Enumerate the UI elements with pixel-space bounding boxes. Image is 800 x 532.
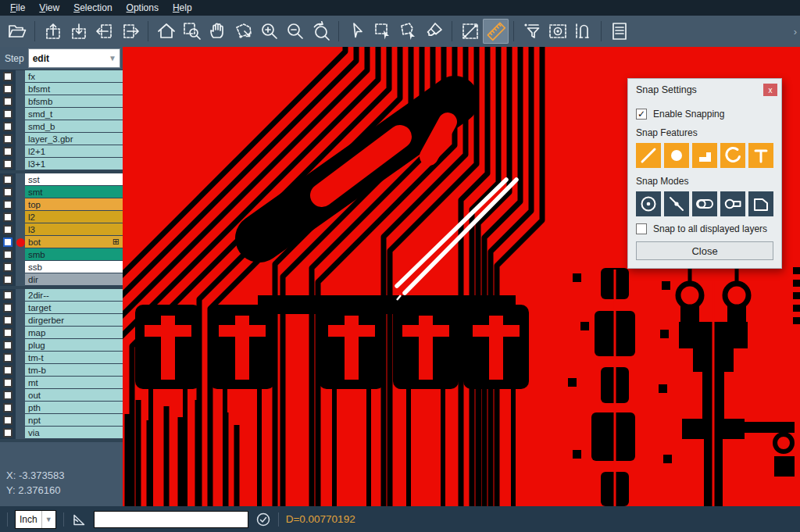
layer-checkbox[interactable]: [3, 403, 12, 412]
zoom-in-button[interactable]: [256, 19, 282, 44]
layer-label[interactable]: 2dir--: [25, 289, 123, 302]
layer-checkbox[interactable]: [3, 175, 12, 184]
menu-file[interactable]: File: [3, 1, 32, 15]
layer-label[interactable]: dir: [25, 273, 123, 286]
import-down-button[interactable]: [66, 19, 91, 44]
snap-feature-surface-button[interactable]: [692, 143, 717, 168]
layer-row-smd_b[interactable]: smd_b: [0, 120, 123, 133]
import-right-button[interactable]: [117, 19, 143, 44]
layer-row-out[interactable]: out: [0, 389, 123, 402]
layer-checkbox[interactable]: [3, 84, 12, 94]
select-button[interactable]: [344, 19, 370, 44]
layer-checkbox[interactable]: [3, 262, 12, 272]
layer-label[interactable]: l2: [25, 211, 123, 223]
layer-row-l3[interactable]: l3: [0, 223, 123, 236]
menu-options[interactable]: Options: [120, 1, 166, 15]
menu-selection[interactable]: Selection: [66, 1, 119, 15]
layer-label[interactable]: top: [25, 198, 123, 211]
layer-row-smt[interactable]: smt: [0, 186, 123, 198]
angle-icon[interactable]: [71, 512, 87, 527]
layer-row-fx[interactable]: fx: [0, 70, 123, 83]
layer-checkbox[interactable]: [3, 97, 12, 106]
layer-label[interactable]: tm-t: [25, 352, 123, 364]
layer-label[interactable]: l2+1: [25, 145, 123, 158]
layer-checkbox[interactable]: [3, 237, 12, 247]
snap-mode-slot-button[interactable]: [692, 191, 717, 216]
layer-row-layer_3.gbr[interactable]: layer_3.gbr: [0, 133, 123, 145]
layer-label[interactable]: target: [25, 302, 123, 314]
layer-row-sst[interactable]: sst: [0, 173, 123, 186]
layer-row-bfsmb[interactable]: bfsmb: [0, 95, 123, 108]
layer-row-smb[interactable]: smb: [0, 248, 123, 261]
layer-label[interactable]: out: [25, 389, 123, 402]
layer-checkbox[interactable]: [3, 366, 12, 375]
layer-checkbox[interactable]: [3, 391, 12, 400]
layer-row-tm-t[interactable]: tm-t: [0, 352, 123, 364]
layer-label[interactable]: smt: [25, 186, 123, 198]
layer-checkbox[interactable]: [3, 303, 12, 312]
layer-label[interactable]: via: [25, 427, 123, 439]
layer-label[interactable]: map: [25, 327, 123, 339]
layer-row-target[interactable]: target: [0, 302, 123, 314]
layer-checkbox[interactable]: [3, 416, 12, 425]
layer-row-mt[interactable]: mt: [0, 377, 123, 389]
all-layers-checkbox[interactable]: [636, 223, 647, 234]
layer-row-bot[interactable]: bot⊞: [0, 236, 123, 248]
layer-label[interactable]: fx: [25, 70, 123, 83]
report-button[interactable]: [606, 19, 632, 44]
layer-checkbox[interactable]: [3, 341, 12, 350]
snap-button[interactable]: [570, 19, 596, 44]
layer-label[interactable]: l3: [25, 223, 123, 236]
layer-row-l2+1[interactable]: l2+1: [0, 145, 123, 158]
layer-label[interactable]: ssb: [25, 261, 123, 273]
layer-row-l2[interactable]: l2: [0, 211, 123, 223]
filter-button[interactable]: [519, 19, 545, 44]
layer-checkbox[interactable]: [3, 187, 12, 197]
zoom-out-button[interactable]: [282, 19, 308, 44]
layer-row-dirgerber[interactable]: dirgerber: [0, 314, 123, 327]
enable-snapping-row[interactable]: ✓ Enable Snapping: [636, 109, 773, 120]
layer-row-top[interactable]: top: [0, 198, 123, 211]
layer-checkbox[interactable]: [3, 109, 12, 119]
snap-feature-pad-button[interactable]: [664, 143, 689, 168]
layer-checkbox[interactable]: [3, 250, 12, 259]
layer-checkbox[interactable]: [3, 428, 12, 437]
all-layers-row[interactable]: Snap to all displayed layers: [636, 223, 773, 234]
apply-icon[interactable]: [255, 512, 271, 527]
command-input[interactable]: [94, 511, 248, 528]
layer-label[interactable]: smb: [25, 248, 123, 261]
clean-button[interactable]: [421, 19, 447, 44]
layer-row-map[interactable]: map: [0, 327, 123, 339]
layer-checkbox[interactable]: [3, 378, 12, 387]
enable-snapping-checkbox[interactable]: ✓: [636, 109, 647, 120]
unit-select[interactable]: Inch ▼: [15, 510, 56, 529]
layer-row-l3+1[interactable]: l3+1: [0, 158, 123, 170]
layer-checkbox[interactable]: [3, 291, 12, 300]
layer-checkbox[interactable]: [3, 147, 12, 156]
layer-row-tm-b[interactable]: tm-b: [0, 364, 123, 377]
dialog-title-bar[interactable]: Snap Settings x: [628, 79, 781, 100]
layer-checkbox[interactable]: [3, 159, 12, 169]
layer-checkbox[interactable]: [3, 122, 12, 131]
layer-checkbox[interactable]: [3, 72, 12, 81]
ruler-button[interactable]: [483, 19, 509, 44]
select-rectangle-button[interactable]: [370, 19, 395, 44]
toolbar-overflow-icon[interactable]: ›: [794, 26, 797, 37]
layer-label[interactable]: tm-b: [25, 364, 123, 377]
layer-label[interactable]: sst: [25, 173, 123, 186]
layer-checkbox[interactable]: [3, 225, 12, 234]
layer-row-smd_t[interactable]: smd_t: [0, 108, 123, 120]
show-selection-button[interactable]: [545, 19, 570, 44]
layer-checkbox[interactable]: [3, 275, 12, 284]
layer-checkbox[interactable]: [3, 353, 12, 362]
layer-checkbox[interactable]: [3, 212, 12, 222]
layer-checkbox[interactable]: [3, 134, 12, 144]
layer-checkbox[interactable]: [3, 316, 12, 325]
layer-checkbox[interactable]: [3, 328, 12, 337]
snap-feature-line-button[interactable]: [636, 143, 661, 168]
layer-row-dir[interactable]: dir: [0, 273, 123, 286]
layer-label[interactable]: bfsmt: [25, 83, 123, 95]
measure-button[interactable]: [457, 19, 483, 44]
layer-row-plug[interactable]: plug: [0, 339, 123, 352]
snap-mode-key-button[interactable]: [720, 191, 745, 216]
